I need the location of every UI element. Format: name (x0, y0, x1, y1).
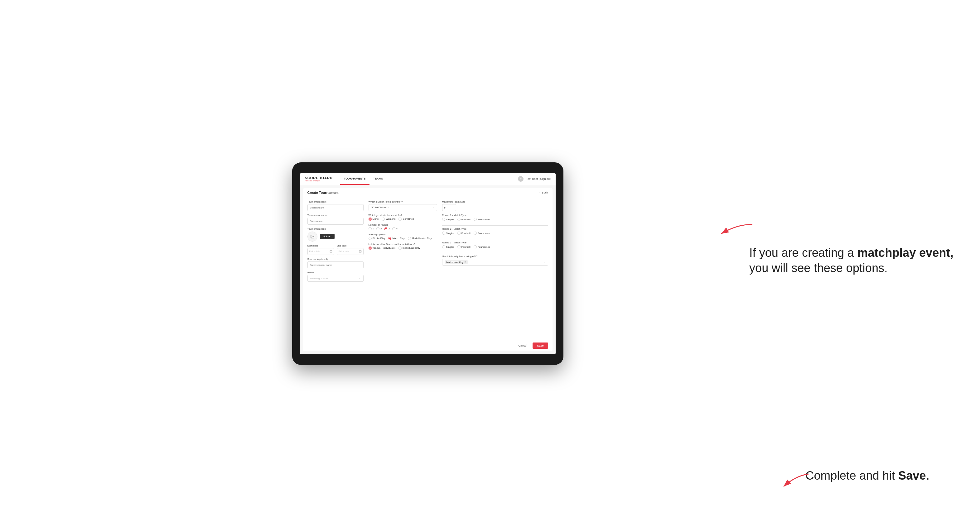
round3-foursomes-label: Foursomes (478, 246, 490, 248)
api-select[interactable]: Leaderboard King ✕ (442, 259, 548, 265)
round1-foursomes[interactable]: Foursomes (474, 218, 490, 221)
round1-foursomes-label: Foursomes (478, 218, 490, 221)
rounds-radio-group: 1 2 3 (369, 227, 437, 230)
sponsor-input[interactable] (307, 262, 364, 268)
end-date-placeholder: Pick a date (339, 250, 350, 252)
round3-foursomes-radio[interactable] (474, 245, 477, 248)
rounds-group: Number of rounds 1 2 (369, 224, 437, 230)
annotation-right: If you are creating a matchplay event, y… (749, 245, 961, 276)
page-header: Create Tournament ← Back (303, 188, 552, 197)
gender-mens-radio[interactable] (369, 217, 372, 221)
sponsor-label: Sponsor (optional) (307, 258, 364, 260)
col-2: Which division is the event for? NCAA Di… (369, 200, 437, 337)
division-label: Which division is the event for? (369, 200, 437, 203)
round3-foursomes[interactable]: Foursomes (474, 245, 490, 248)
max-team-size-input[interactable] (442, 204, 456, 211)
scoring-match[interactable]: Match Play (388, 237, 405, 240)
start-date-field: Start date Pick a date (307, 244, 334, 255)
start-date-placeholder: Pick a date (309, 250, 320, 252)
tournament-name-input[interactable] (307, 218, 364, 225)
round2-fourball-label: Fourball (461, 232, 471, 235)
event-individuals[interactable]: Individuals Only (398, 246, 420, 250)
round1-fourball-label: Fourball (461, 218, 471, 221)
arrow-2-icon (780, 473, 811, 491)
gender-combined-radio[interactable] (398, 217, 402, 221)
cancel-button[interactable]: Cancel (515, 343, 530, 348)
round2-singles[interactable]: Singles (442, 232, 454, 235)
upload-button[interactable]: Upload (320, 234, 334, 239)
end-date-input[interactable]: Pick a date (337, 248, 364, 255)
venue-group: Venue Search golf club (307, 271, 364, 282)
venue-label: Venue (307, 271, 364, 274)
scoring-medal-radio[interactable] (408, 237, 411, 240)
logo-area: SCOREBOARD Powered by clippit (305, 176, 333, 182)
gender-womens[interactable]: Womens (382, 217, 395, 221)
round1-fourball[interactable]: Fourball (457, 218, 471, 221)
round-3-label: 3 (388, 227, 390, 230)
round2-fourball[interactable]: Fourball (457, 232, 471, 235)
round-2-label: 2 (380, 227, 382, 230)
round3-fourball-radio[interactable] (457, 245, 461, 248)
gender-womens-radio[interactable] (382, 217, 385, 221)
page-wrapper: SCOREBOARD Powered by clippit TOURNAMENT… (0, 0, 980, 527)
round1-match-label: Round 1 - Match Type (442, 214, 548, 217)
round3-fourball[interactable]: Fourball (457, 245, 471, 248)
scoring-medal[interactable]: Medal Match Play (408, 237, 432, 240)
api-tag-remove[interactable]: ✕ (464, 261, 466, 264)
nav-links: TOURNAMENTS TEAMS (340, 173, 518, 185)
annotation-right-text1: If you are creating a (749, 246, 857, 259)
round3-singles[interactable]: Singles (442, 245, 454, 248)
round-2-radio[interactable] (376, 227, 379, 230)
scoring-match-radio[interactable] (388, 237, 391, 240)
gender-combined-label: Combined (402, 217, 414, 220)
round2-foursomes[interactable]: Foursomes (474, 232, 490, 235)
navbar: SCOREBOARD Powered by clippit TOURNAMENT… (300, 173, 556, 185)
date-group: Start date Pick a date End date (307, 244, 364, 255)
scoring-medal-label: Medal Match Play (412, 237, 432, 240)
round1-fourball-radio[interactable] (457, 218, 461, 221)
venue-select[interactable]: Search golf club (307, 275, 364, 282)
logo-upload-area: Upload (307, 232, 364, 241)
event-type-group: Is this event for Teams and/or Individua… (369, 243, 437, 250)
round2-fourball-radio[interactable] (457, 232, 461, 235)
round1-singles[interactable]: Singles (442, 218, 454, 221)
round-1[interactable]: 1 (369, 227, 374, 230)
round3-singles-radio[interactable] (442, 245, 445, 248)
nav-teams[interactable]: TEAMS (369, 173, 387, 185)
round1-singles-radio[interactable] (442, 218, 445, 221)
gender-mens[interactable]: Mens (369, 217, 379, 221)
start-date-input[interactable]: Pick a date (307, 248, 334, 255)
tournament-logo-group: Tournament logo Upload (307, 227, 364, 241)
round2-singles-radio[interactable] (442, 232, 445, 235)
back-link[interactable]: ← Back (538, 191, 548, 194)
round3-match-radio-group: Singles Fourball Foursomes (442, 245, 548, 248)
round-4-radio[interactable] (392, 227, 395, 230)
scoring-stroke[interactable]: Stroke Play (369, 237, 385, 240)
gender-combined[interactable]: Combined (398, 217, 414, 221)
date-row: Start date Pick a date End date (307, 244, 364, 255)
scoring-stroke-label: Stroke Play (372, 237, 385, 240)
nav-tournaments[interactable]: TOURNAMENTS (340, 173, 369, 185)
col-3: Maximum Team Size Round 1 - Match Type S… (442, 200, 548, 337)
round-4[interactable]: 4 (392, 227, 398, 230)
round-3[interactable]: 3 (384, 227, 390, 230)
gender-label: Which gender is the event for? (369, 214, 437, 217)
tournament-host-input[interactable] (307, 204, 364, 211)
logo-placeholder (307, 232, 317, 241)
round1-foursomes-radio[interactable] (474, 218, 477, 221)
round2-foursomes-radio[interactable] (474, 232, 477, 235)
tablet-device: SCOREBOARD Powered by clippit TOURNAMENT… (292, 162, 563, 365)
round-2[interactable]: 2 (376, 227, 382, 230)
round-3-radio[interactable] (384, 227, 387, 230)
save-button[interactable]: Save (533, 343, 548, 349)
event-teams-radio[interactable] (369, 246, 372, 250)
event-teams[interactable]: Teams (+Individuals) (369, 246, 396, 250)
round2-foursomes-label: Foursomes (478, 232, 490, 235)
scoring-stroke-radio[interactable] (369, 237, 372, 240)
event-individuals-radio[interactable] (398, 246, 402, 250)
round3-fourball-label: Fourball (461, 246, 471, 248)
col-1: Tournament Host Tournament name Tourname… (307, 200, 364, 337)
start-date-label: Start date (307, 244, 334, 247)
division-select[interactable]: NCAA Division I (369, 204, 437, 211)
round-1-radio[interactable] (369, 227, 372, 230)
